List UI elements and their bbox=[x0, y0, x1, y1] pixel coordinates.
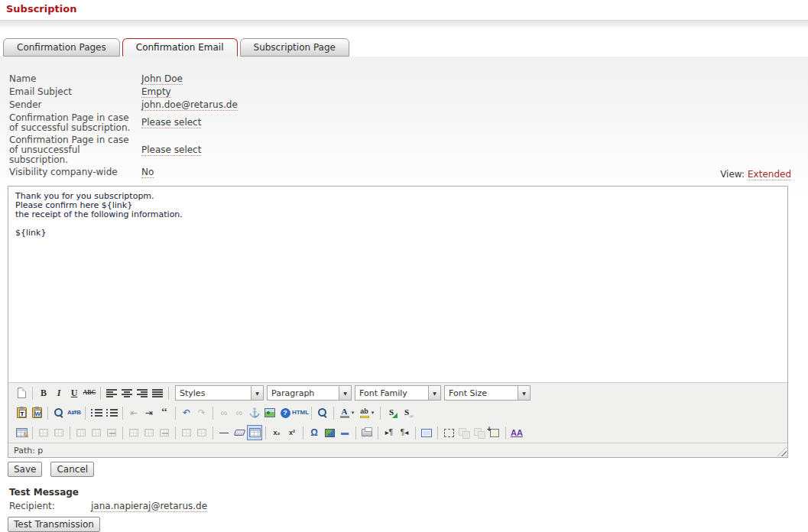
html-source-button[interactable]: HTML bbox=[293, 405, 308, 420]
separator bbox=[168, 387, 169, 400]
insert-table-icon: ✎ bbox=[16, 428, 28, 437]
view-extended-link[interactable]: Extended bbox=[748, 169, 791, 180]
merge-cells-button bbox=[194, 425, 209, 440]
subscription-field-button[interactable]: S bbox=[384, 405, 399, 420]
unsuccess-page-value-link[interactable]: Please select bbox=[141, 145, 201, 156]
tab-panel: Name John Doe Email Subject Empty Sender… bbox=[0, 57, 808, 532]
separator bbox=[32, 427, 33, 440]
form-row: Visibility company-wide No bbox=[9, 167, 330, 178]
form-row: Email Subject Empty bbox=[9, 87, 330, 98]
toggle-guidelines-button[interactable] bbox=[247, 425, 262, 440]
paragraph-select[interactable]: Paragraph ▼ bbox=[267, 385, 352, 401]
separator bbox=[378, 427, 378, 440]
separator bbox=[100, 387, 101, 400]
absolute-position-button[interactable] bbox=[441, 425, 456, 440]
ltr-button[interactable]: ▸¶ bbox=[381, 425, 397, 440]
align-justify-button[interactable] bbox=[150, 385, 165, 401]
subscript-button[interactable]: x₂ bbox=[269, 425, 284, 440]
unlink-icon: ∞ bbox=[236, 408, 243, 417]
align-left-button[interactable] bbox=[104, 385, 119, 401]
font-family-select[interactable]: Font Family ▼ bbox=[355, 385, 441, 401]
text-color-button[interactable]: A ▼ bbox=[337, 405, 357, 420]
resize-grip[interactable] bbox=[777, 447, 787, 456]
unlink-button: ∞ bbox=[232, 405, 247, 420]
anchor-button[interactable]: ⚓ bbox=[247, 405, 262, 420]
horizontal-rule-button[interactable]: — bbox=[216, 425, 232, 440]
indent-button[interactable]: ⇥ bbox=[141, 405, 157, 420]
underline-button[interactable]: U bbox=[67, 385, 82, 401]
advanced-hr-icon: ▬ bbox=[341, 429, 349, 436]
insert-table-button[interactable]: ✎ bbox=[14, 425, 29, 440]
preview-button[interactable] bbox=[315, 405, 330, 420]
table-row-properties-button bbox=[36, 425, 51, 440]
chain-icon: ∞ bbox=[409, 413, 414, 420]
guidelines-icon bbox=[249, 428, 261, 437]
email-subject-label: Email Subject bbox=[9, 87, 141, 98]
paste-from-word-button[interactable]: W bbox=[29, 405, 44, 420]
find-button[interactable] bbox=[51, 405, 67, 420]
align-right-icon bbox=[137, 388, 148, 397]
rtl-button[interactable]: ¶◂ bbox=[397, 425, 412, 440]
advanced-hr-button[interactable]: ▬ bbox=[337, 425, 352, 440]
align-right-button[interactable] bbox=[135, 385, 150, 401]
chevron-down-icon: ▼ bbox=[518, 386, 530, 400]
separator bbox=[303, 427, 303, 440]
subscription-link-letter: S bbox=[404, 407, 409, 417]
insert-column-before-icon bbox=[129, 429, 138, 436]
italic-button[interactable]: I bbox=[51, 385, 67, 401]
insert-media-button[interactable] bbox=[322, 425, 337, 440]
html-source-icon: HTML bbox=[292, 410, 309, 416]
highlight-color-button[interactable]: ab ▼ bbox=[357, 405, 377, 420]
numbered-list-button[interactable] bbox=[104, 405, 119, 420]
print-button[interactable] bbox=[359, 425, 375, 440]
email-subject-value-link[interactable]: Empty bbox=[141, 87, 171, 98]
blockquote-button[interactable]: “ bbox=[157, 405, 172, 420]
recipient-value-link[interactable]: jana.napieraj@retarus.de bbox=[91, 501, 207, 512]
insert-layer-button[interactable]: + bbox=[487, 425, 502, 440]
fullscreen-button[interactable] bbox=[419, 425, 434, 440]
text-color-icon: A bbox=[339, 407, 350, 418]
tab-subscription-page[interactable]: Subscription Page bbox=[240, 38, 349, 57]
insert-image-button[interactable] bbox=[262, 405, 277, 420]
styles-select[interactable]: Styles ▼ bbox=[175, 385, 264, 401]
save-button[interactable]: Save bbox=[8, 462, 42, 477]
tab-confirmation-pages[interactable]: Confirmation Pages bbox=[3, 38, 120, 57]
delete-row-icon bbox=[107, 429, 116, 436]
special-character-button[interactable]: Ω bbox=[307, 425, 322, 440]
separator bbox=[47, 407, 48, 420]
tab-confirmation-email[interactable]: Confirmation Email bbox=[122, 38, 238, 57]
paste-as-text-button[interactable]: T bbox=[14, 405, 29, 420]
help-button[interactable]: ? bbox=[277, 405, 293, 420]
style-properties-button[interactable]: AA bbox=[509, 425, 524, 440]
cancel-button[interactable]: Cancel bbox=[50, 462, 94, 477]
rich-text-editor: Thank you for you subscriptopm. Please c… bbox=[8, 186, 788, 458]
new-document-button[interactable] bbox=[14, 385, 29, 401]
insert-row-before-icon bbox=[76, 429, 86, 436]
separator bbox=[311, 407, 312, 420]
subscription-link-button[interactable]: S∞ bbox=[399, 405, 414, 420]
bold-button[interactable]: B bbox=[36, 385, 51, 401]
move-backward-button bbox=[472, 425, 487, 440]
text-color-letter: A bbox=[342, 407, 348, 415]
superscript-button[interactable]: x² bbox=[284, 425, 300, 440]
chevron-down-icon: ▼ bbox=[371, 410, 375, 415]
sender-value-link[interactable]: john.doe@retarus.de bbox=[141, 100, 238, 111]
undo-button[interactable]: ↶ bbox=[179, 405, 194, 420]
editor-content[interactable]: Thank you for you subscriptopm. Please c… bbox=[8, 187, 787, 383]
insert-column-after-button bbox=[141, 425, 157, 440]
find-replace-button[interactable]: A⇄B bbox=[67, 405, 82, 420]
strikethrough-button[interactable]: ABC bbox=[82, 385, 97, 401]
separator bbox=[415, 427, 416, 440]
name-value-link[interactable]: John Doe bbox=[141, 74, 183, 85]
text-color-bar bbox=[340, 416, 349, 418]
anchor-icon: ⚓ bbox=[249, 408, 261, 417]
font-size-select[interactable]: Font Size ▼ bbox=[444, 385, 531, 401]
bullet-list-button[interactable] bbox=[89, 405, 104, 420]
table-row-properties-icon bbox=[39, 429, 48, 436]
success-page-value-link[interactable]: Please select bbox=[141, 118, 201, 128]
align-center-button[interactable] bbox=[119, 385, 135, 401]
test-transmission-button[interactable]: Test Transmission bbox=[8, 517, 100, 532]
visibility-value-link[interactable]: No bbox=[141, 167, 154, 178]
separator bbox=[333, 407, 334, 420]
remove-format-button[interactable] bbox=[232, 425, 247, 440]
